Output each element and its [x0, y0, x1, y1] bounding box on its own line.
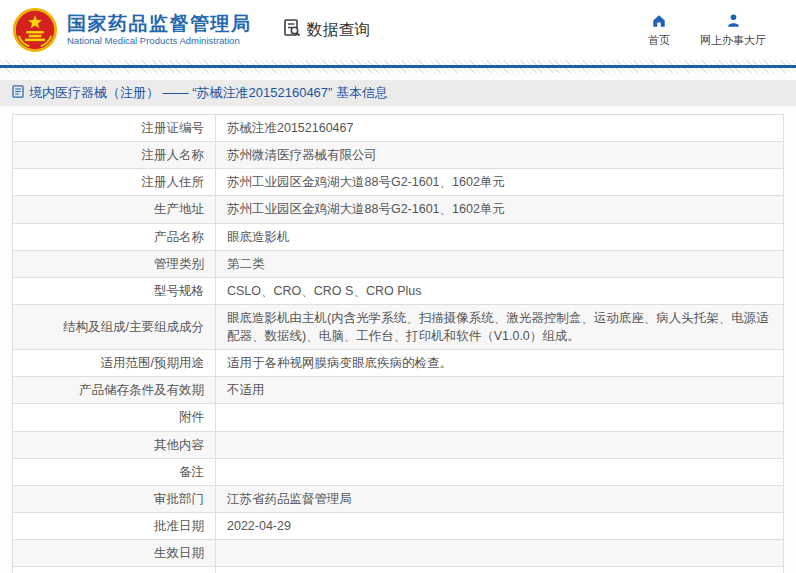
field-label: 注册人住所: [13, 169, 216, 196]
table-row: 备注: [13, 458, 784, 485]
data-query-label: 数据查询: [307, 20, 371, 41]
nav-item-label: 网上办事大厅: [700, 33, 766, 48]
field-value: 苏械注准20152160467: [216, 115, 784, 142]
field-label: 注册证编号: [13, 115, 216, 142]
field-label-text: 批准日期: [154, 519, 204, 533]
nav-item-service-hall[interactable]: 网上办事大厅: [700, 13, 766, 48]
field-label: 有效期至: [13, 567, 216, 573]
field-label: 备注: [13, 458, 216, 485]
breadcrumb: 境内医疗器械（注册） —— “苏械注准20152160467” 基本信息: [12, 84, 388, 102]
breadcrumb-bar: 境内医疗器械（注册） —— “苏械注准20152160467” 基本信息: [0, 80, 796, 106]
table-row: 注册证编号苏械注准20152160467: [13, 115, 784, 142]
registration-table-body: 注册证编号苏械注准20152160467注册人名称苏州微清医疗器械有限公司注册人…: [13, 115, 784, 573]
table-row: 结构及组成/主要组成成分眼底造影机由主机(内含光学系统、扫描摄像系统、激光器控制…: [13, 304, 784, 349]
field-value: 江苏省药品监督管理局: [216, 485, 784, 512]
field-label-text: 产品储存条件及有效期: [79, 383, 204, 397]
document-search-icon: [282, 18, 302, 42]
field-label: 批准日期: [13, 512, 216, 539]
table-row: 管理类别第二类: [13, 250, 784, 277]
table-row: 生效日期: [13, 540, 784, 567]
field-label-text: 注册人名称: [142, 148, 205, 162]
field-label-text: 附件: [179, 410, 204, 424]
field-value: [216, 458, 784, 485]
table-row: 生产地址苏州工业园区金鸡湖大道88号G2-1601、1602单元: [13, 196, 784, 223]
field-value: 苏州微清医疗器械有限公司: [216, 142, 784, 169]
site-header: 国家药品监督管理局 National Medical Products Admi…: [0, 0, 796, 60]
field-label-text: 结构及组成/主要组成成分: [63, 320, 204, 334]
field-label: 生产地址: [13, 196, 216, 223]
field-label-text: 备注: [179, 465, 204, 479]
field-label-text: 其他内容: [154, 438, 204, 452]
field-value: 苏州工业园区金鸡湖大道88号G2-1601、1602单元: [216, 196, 784, 223]
registration-info-table-wrap: 注册证编号苏械注准20152160467注册人名称苏州微清医疗器械有限公司注册人…: [12, 114, 784, 573]
site-subtitle: National Medical Products Administration: [67, 36, 252, 47]
field-label: 产品名称: [13, 223, 216, 250]
field-value: 适用于各种视网膜病变眼底疾病的检查。: [216, 350, 784, 377]
field-label-text: 管理类别: [154, 257, 204, 271]
field-label: 审批部门: [13, 485, 216, 512]
field-value: 2025-05-19: [216, 567, 784, 573]
table-row: 产品名称眼底造影机: [13, 223, 784, 250]
field-label-text: 产品名称: [154, 230, 204, 244]
field-label: 适用范围/预期用途: [13, 350, 216, 377]
table-row: 其他内容: [13, 431, 784, 458]
data-query-section[interactable]: 数据查询: [282, 18, 371, 42]
field-label: 附件: [13, 404, 216, 431]
field-label-text: 生产地址: [154, 202, 204, 216]
field-label: 其他内容: [13, 431, 216, 458]
home-icon: [651, 13, 667, 30]
field-value: [216, 431, 784, 458]
divider-hatch-bottom: [0, 68, 796, 73]
field-value: [216, 540, 784, 567]
table-row: 型号规格CSLO、CRO、CRO S、CRO Plus: [13, 277, 784, 304]
field-label-text: 生效日期: [154, 546, 204, 560]
field-value: 眼底造影机由主机(内含光学系统、扫描摄像系统、激光器控制盒、运动底座、病人头托架…: [216, 304, 784, 349]
table-row: 注册人住所苏州工业园区金鸡湖大道88号G2-1601、1602单元: [13, 169, 784, 196]
field-label: 产品储存条件及有效期: [13, 377, 216, 404]
site-title-block: 国家药品监督管理局 National Medical Products Admi…: [67, 13, 252, 48]
table-row: 审批部门江苏省药品监督管理局: [13, 485, 784, 512]
field-value: 第二类: [216, 250, 784, 277]
table-row: 注册人名称苏州微清医疗器械有限公司: [13, 142, 784, 169]
field-label-text: 注册人住所: [142, 175, 205, 189]
nav-item-label: 首页: [648, 33, 670, 48]
field-value: 眼底造影机: [216, 223, 784, 250]
person-icon: [726, 13, 741, 30]
nav-item-home[interactable]: 首页: [648, 13, 670, 48]
site-title: 国家药品监督管理局: [67, 13, 252, 35]
field-label-text: 审批部门: [154, 492, 204, 506]
table-row: 产品储存条件及有效期不适用: [13, 377, 784, 404]
registration-info-table: 注册证编号苏械注准20152160467注册人名称苏州微清医疗器械有限公司注册人…: [12, 114, 784, 573]
field-value: 不适用: [216, 377, 784, 404]
field-label: 生效日期: [13, 540, 216, 567]
field-label: 结构及组成/主要组成成分: [13, 304, 216, 349]
field-label-text: 适用范围/预期用途: [101, 356, 204, 370]
field-value: [216, 404, 784, 431]
field-value: 2022-04-29: [216, 512, 784, 539]
field-value: 苏州工业园区金鸡湖大道88号G2-1601、1602单元: [216, 169, 784, 196]
field-label: 型号规格: [13, 277, 216, 304]
table-row: 批准日期2022-04-29: [13, 512, 784, 539]
field-label-text: 型号规格: [154, 284, 204, 298]
field-label: 管理类别: [13, 250, 216, 277]
table-row: 适用范围/预期用途适用于各种视网膜病变眼底疾病的检查。: [13, 350, 784, 377]
header-nav: 首页 网上办事大厅: [648, 13, 782, 48]
field-value: CSLO、CRO、CRO S、CRO Plus: [216, 277, 784, 304]
table-row: 附件: [13, 404, 784, 431]
table-row: 有效期至2025-05-19: [13, 567, 784, 573]
breadcrumb-text: 境内医疗器械（注册） —— “苏械注准20152160467” 基本信息: [29, 84, 388, 102]
document-icon: [12, 85, 24, 101]
national-emblem-icon: [12, 7, 58, 53]
field-label-text: 注册证编号: [142, 121, 205, 135]
field-label: 注册人名称: [13, 142, 216, 169]
